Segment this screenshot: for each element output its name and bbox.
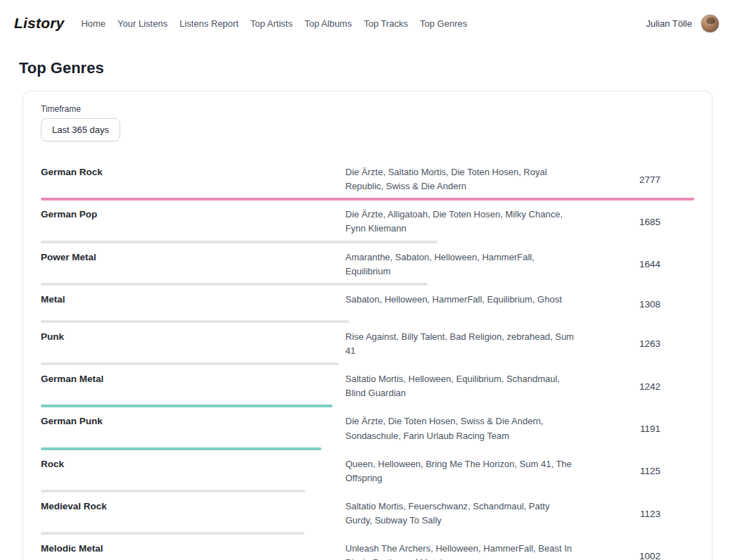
genre-bar	[41, 241, 437, 243]
genre-name: Punk	[41, 330, 333, 358]
genre-count: 1123	[590, 509, 694, 519]
genre-row: German Punk Die Ärzte, Die Toten Hosen, …	[41, 409, 694, 452]
genre-bar	[41, 320, 349, 323]
genre-row: German Rock Die Ärzte, Saltatio Mortis, …	[41, 160, 694, 203]
main-nav: Home Your Listens Listens Report Top Art…	[81, 18, 646, 29]
genre-artists: Saltatio Mortis, Feuerschwanz, Schandmau…	[345, 499, 577, 528]
timeframe-label: Timeframe	[41, 104, 694, 114]
nav-item-home[interactable]: Home	[81, 18, 106, 29]
timeframe-select[interactable]: Last 365 days	[41, 118, 120, 141]
genre-row: German Metal Saltatio Mortis, Helloween,…	[41, 367, 694, 409]
genre-name: Melodic Metal	[41, 542, 333, 560]
nav-item-top-albums[interactable]: Top Albums	[305, 18, 352, 29]
genre-artists: Queen, Helloween, Bring Me The Horizon, …	[345, 457, 577, 485]
user-name: Julian Tölle	[646, 18, 692, 29]
genre-count: 1685	[590, 217, 694, 227]
genre-row: Metal Sabaton, Helloween, HammerFall, Eq…	[41, 288, 694, 325]
nav-item-your-listens[interactable]: Your Listens	[117, 18, 167, 29]
genre-name: German Punk	[41, 414, 333, 443]
genre-artists: Die Ärzte, Saltatio Mortis, Die Toten Ho…	[345, 165, 577, 193]
genre-artists: Die Ärzte, Die Toten Hosen, Swiss & Die …	[345, 414, 577, 443]
nav-item-top-artists[interactable]: Top Artists	[250, 18, 293, 29]
genre-count: 1308	[590, 299, 694, 310]
genre-name: Medieval Rock	[41, 499, 333, 528]
genre-row: German Pop Die Ärzte, Alligatoah, Die To…	[41, 203, 694, 245]
genre-row: Rock Queen, Helloween, Bring Me The Hori…	[41, 452, 694, 495]
genre-name: Rock	[41, 457, 333, 485]
genre-count: 1191	[590, 424, 694, 434]
genre-artists: Amaranthe, Sabaton, Helloween, HammerFal…	[345, 250, 577, 279]
page-title: Top Genres	[19, 59, 716, 77]
genre-table: German Rock Die Ärzte, Saltatio Mortis, …	[41, 160, 694, 560]
main-content: Top Genres Timeframe Last 365 days Germa…	[0, 46, 735, 560]
genre-count: 1644	[590, 259, 694, 269]
genre-name: Power Metal	[41, 250, 333, 279]
genre-row: Power Metal Amaranthe, Sabaton, Hellowee…	[41, 246, 694, 288]
genre-bar	[41, 362, 338, 365]
genre-artists: Die Ärzte, Alligatoah, Die Toten Hosen, …	[345, 208, 577, 236]
genre-artists: Rise Against, Billy Talent, Bad Religion…	[345, 330, 577, 358]
genre-artists: Unleash The Archers, Helloween, HammerFa…	[345, 542, 577, 560]
genre-row: Melodic Metal Unleash The Archers, Hello…	[41, 537, 694, 560]
genre-artists: Saltatio Mortis, Helloween, Equilibrium,…	[345, 372, 577, 400]
genre-artists: Sabaton, Helloween, HammerFall, Equilibr…	[345, 293, 577, 316]
nav-item-listens-report[interactable]: Listens Report	[179, 18, 238, 29]
user-area: Julian Tölle	[646, 14, 720, 33]
genre-bar	[41, 532, 305, 535]
genre-name: German Pop	[41, 208, 333, 236]
top-nav: Listory Home Your Listens Listens Report…	[0, 0, 735, 46]
nav-item-top-genres[interactable]: Top Genres	[420, 18, 467, 29]
genre-count: 1242	[590, 381, 694, 392]
top-genres-card: Timeframe Last 365 days German Rock Die …	[23, 91, 712, 560]
genre-bar	[41, 490, 305, 492]
genre-name: German Rock	[41, 165, 333, 193]
genre-bar	[41, 447, 321, 450]
genre-bar	[41, 283, 428, 286]
brand-logo[interactable]: Listory	[14, 15, 64, 32]
timeframe-value: Last 365 days	[52, 125, 109, 135]
genre-count: 1125	[590, 466, 694, 476]
genre-bar	[41, 198, 694, 201]
genre-row: Medieval Rock Saltatio Mortis, Feuerschw…	[41, 495, 694, 537]
genre-count: 1263	[590, 338, 694, 349]
genre-name: Metal	[41, 293, 333, 316]
nav-item-top-tracks[interactable]: Top Tracks	[364, 18, 408, 29]
genre-count: 1002	[590, 551, 694, 560]
user-avatar[interactable]	[701, 14, 720, 33]
genre-count: 2777	[590, 174, 694, 185]
genre-bar	[41, 405, 333, 407]
genre-name: German Metal	[41, 372, 333, 400]
genre-row: Punk Rise Against, Billy Talent, Bad Rel…	[41, 325, 694, 367]
